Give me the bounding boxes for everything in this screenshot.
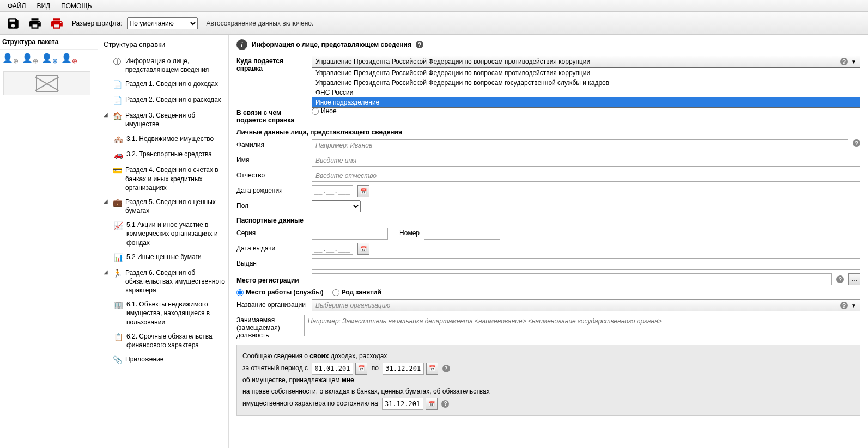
registration-label: Место регистрации bbox=[236, 275, 307, 284]
period-from-input[interactable] bbox=[312, 363, 353, 375]
browse-button[interactable]: … bbox=[848, 273, 860, 285]
activity-radio[interactable]: Род занятий bbox=[332, 289, 381, 296]
declaration-box: Сообщаю сведения о своих доходах, расход… bbox=[236, 345, 860, 416]
position-input[interactable] bbox=[304, 315, 860, 336]
autosave-status: Автосохранение данных включено. bbox=[207, 20, 314, 27]
tree-item-section2[interactable]: 📄 Раздел 2. Сведения о расходах bbox=[98, 93, 228, 108]
tree-item-section5-1[interactable]: 📈 5.1 Акции и иное участие в коммерчески… bbox=[98, 218, 228, 250]
series-input[interactable] bbox=[312, 228, 388, 240]
menu-file[interactable]: ФАЙЛ bbox=[2, 1, 31, 11]
tree-item-section6[interactable]: ◢🏃 Раздел 6. Сведения об обязательствах … bbox=[98, 266, 228, 298]
package-thumbnail[interactable] bbox=[3, 71, 90, 95]
bank-icon: 💳 bbox=[112, 165, 122, 176]
number-input[interactable] bbox=[424, 228, 500, 240]
issue-date-label: Дата выдачи bbox=[236, 243, 307, 252]
calendar-icon[interactable]: 📅 bbox=[355, 363, 367, 375]
collapse-icon[interactable]: ◢ bbox=[104, 268, 109, 276]
name-label: Имя bbox=[236, 155, 307, 164]
chevron-down-icon[interactable]: ▼ bbox=[851, 59, 857, 65]
stocks-icon: 📈 bbox=[113, 220, 123, 231]
property-icon: 🏠 bbox=[112, 111, 122, 121]
vehicle-icon: 🚗 bbox=[113, 150, 123, 160]
name-input[interactable] bbox=[312, 155, 860, 167]
appendix-icon: 📎 bbox=[112, 355, 122, 365]
destination-dropdown: Управление Президента Российской Федерац… bbox=[312, 67, 860, 108]
issued-by-input[interactable] bbox=[312, 258, 860, 270]
tree-item-section5[interactable]: ◢💼 Раздел 5. Сведения о ценных бумагах bbox=[98, 195, 228, 218]
dob-input[interactable] bbox=[312, 185, 353, 197]
building-icon: 🏢 bbox=[113, 300, 123, 310]
destination-combo[interactable]: Управление Президента Российской Федерац… bbox=[312, 56, 860, 67]
destination-option[interactable]: ФНС России bbox=[312, 88, 860, 97]
help-icon[interactable]: ? bbox=[840, 302, 848, 309]
calendar-icon[interactable]: 📅 bbox=[357, 185, 369, 197]
menubar: ФАЙЛ ВИД ПОМОЩЬ bbox=[0, 0, 868, 12]
destination-option[interactable]: Управление Президента Российской Федерац… bbox=[312, 68, 860, 78]
gender-select[interactable] bbox=[312, 200, 361, 212]
help-icon[interactable]: ? bbox=[840, 58, 848, 65]
patronymic-label: Отчество bbox=[236, 170, 307, 179]
calendar-icon[interactable]: 📅 bbox=[426, 363, 438, 375]
add-person-blue-icon[interactable]: 👤⊕ bbox=[41, 53, 58, 65]
print-icon[interactable] bbox=[26, 15, 44, 32]
destination-option-selected[interactable]: Иное подразделение bbox=[312, 97, 860, 107]
help-icon[interactable]: ? bbox=[416, 41, 423, 48]
chevron-down-icon[interactable]: ▼ bbox=[851, 303, 857, 309]
surname-label: Фамилия bbox=[236, 139, 307, 149]
help-icon[interactable]: ? bbox=[441, 400, 449, 408]
asof-date-input[interactable] bbox=[382, 398, 423, 410]
print-color-icon[interactable] bbox=[48, 15, 65, 32]
tree-item-info[interactable]: ⓘ Информация о лице, представляющем свед… bbox=[98, 54, 228, 77]
toolbar: Размер шрифта: По умолчанию Автосохранен… bbox=[0, 12, 868, 35]
reason-other-radio[interactable]: Иное bbox=[312, 107, 860, 115]
workplace-radio[interactable]: Место работы (службы) bbox=[236, 289, 324, 296]
series-label: Серия bbox=[236, 228, 307, 237]
destination-option[interactable]: Управление Президента Российской Федерац… bbox=[312, 78, 860, 88]
organization-label: Название организации bbox=[236, 299, 307, 309]
tree-item-appendix[interactable]: 📎 Приложение bbox=[98, 352, 228, 368]
help-icon[interactable]: ? bbox=[853, 139, 860, 147]
period-to-input[interactable] bbox=[383, 363, 424, 375]
help-icon[interactable]: ? bbox=[442, 365, 450, 372]
tree-item-section4[interactable]: 💳 Раздел 4. Сведения о счетах в банках и… bbox=[98, 163, 228, 195]
placeholder-icon bbox=[36, 75, 58, 92]
securities-icon: 📊 bbox=[113, 253, 123, 263]
help-icon[interactable]: ? bbox=[836, 275, 844, 283]
tree-item-section3-2[interactable]: 🚗 3.2. Транспортные средства bbox=[98, 147, 228, 163]
issue-date-input[interactable] bbox=[312, 243, 353, 255]
organization-combo[interactable]: Выберите организацию ? ▼ bbox=[312, 299, 860, 311]
calendar-icon[interactable]: 📅 bbox=[357, 243, 369, 255]
tree-item-section1[interactable]: 📄 Раздел 1. Сведения о доходах bbox=[98, 77, 228, 93]
add-person-grey-icon[interactable]: 👤⊕ bbox=[2, 53, 19, 65]
document-tree-panel: Структура справки ⓘ Информация о лице, п… bbox=[98, 35, 229, 448]
collapse-icon[interactable]: ◢ bbox=[104, 111, 109, 119]
number-label: Номер bbox=[392, 228, 420, 237]
passport-header: Паспортные данные bbox=[236, 217, 860, 224]
personal-data-header: Личные данные лица, представляющего свед… bbox=[236, 128, 860, 136]
add-person-grey2-icon[interactable]: 👤⊕ bbox=[22, 53, 38, 65]
person-filter-icons: 👤⊕ 👤⊕ 👤⊕ 👤⊕ bbox=[0, 50, 98, 68]
surname-input[interactable] bbox=[312, 139, 848, 151]
calendar-icon[interactable]: 📅 bbox=[426, 398, 438, 410]
tree-item-section3-1[interactable]: 🏘️ 3.1. Недвижимое имущество bbox=[98, 132, 228, 148]
collapse-icon[interactable]: ◢ bbox=[104, 198, 109, 205]
briefcase-icon: 💼 bbox=[112, 198, 122, 208]
tree-item-section5-2[interactable]: 📊 5.2 Иные ценные бумаги bbox=[98, 250, 228, 266]
page-heading-text: Информация о лице, представляющем сведен… bbox=[252, 41, 411, 48]
tree-item-section6-2[interactable]: 📋 6.2. Срочные обязательства финансового… bbox=[98, 329, 228, 352]
patronymic-input[interactable] bbox=[312, 170, 860, 182]
font-size-label: Размер шрифта: bbox=[72, 20, 123, 27]
add-person-red-icon[interactable]: 👤⊕ bbox=[61, 53, 77, 65]
menu-view[interactable]: ВИД bbox=[31, 1, 56, 11]
font-size-select[interactable]: По умолчанию bbox=[127, 17, 198, 29]
save-icon[interactable] bbox=[4, 15, 22, 32]
position-label: Занимаемая (замещаемая) должность bbox=[236, 315, 300, 339]
tree-item-section6-1[interactable]: 🏢 6.1. Объекты недвижимого имущества, на… bbox=[98, 297, 228, 329]
document-expense-icon: 📄 bbox=[112, 95, 122, 106]
menu-help[interactable]: ПОМОЩЬ bbox=[56, 1, 97, 11]
registration-input[interactable] bbox=[312, 273, 832, 285]
package-structure-panel: Структура пакета 👤⊕ 👤⊕ 👤⊕ 👤⊕ bbox=[0, 35, 98, 448]
package-structure-title: Структура пакета bbox=[0, 35, 98, 50]
gender-label: Пол bbox=[236, 200, 307, 210]
tree-item-section3[interactable]: ◢🏠 Раздел 3. Сведения об имуществе bbox=[98, 108, 228, 131]
